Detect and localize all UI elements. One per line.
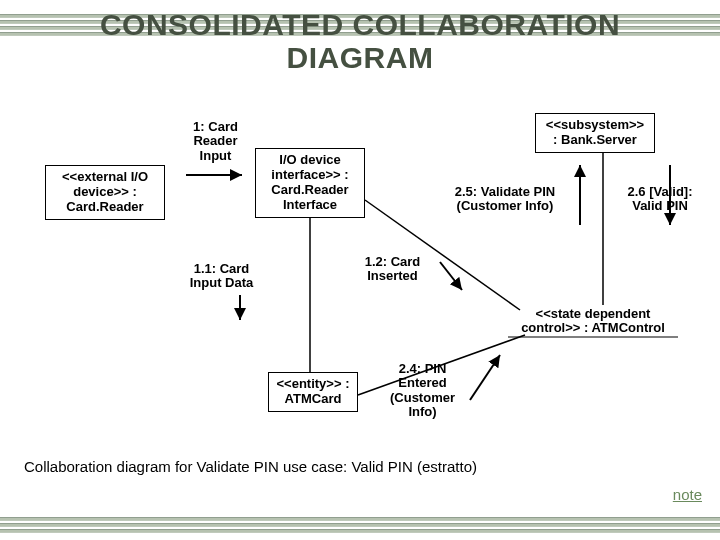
caption: Collaboration diagram for Validate PIN u… — [24, 458, 477, 475]
msg-1-2: 1.2: Card Inserted — [355, 255, 430, 284]
node-io-interface: I/O device interface>> : Card.Reader Int… — [255, 148, 365, 218]
title-band: CONSOLIDATED COLLABORATION DIAGRAM — [0, 8, 720, 88]
page-title: CONSOLIDATED COLLABORATION DIAGRAM — [0, 8, 720, 74]
msg-2-4: 2.4: PIN Entered (Customer Info) — [380, 362, 465, 419]
node-atm-control: <<state dependent control>> : ATMControl — [508, 307, 678, 336]
title-line2: DIAGRAM — [287, 41, 434, 74]
node-atm-card: <<entity>> : ATMCard — [268, 372, 358, 412]
svg-line-2 — [440, 262, 462, 290]
node-card-reader: <<external I/O device>> : Card.Reader — [45, 165, 165, 220]
title-line1: CONSOLIDATED COLLABORATION — [100, 8, 620, 41]
msg-1: 1: Card Reader Input — [183, 120, 248, 163]
msg-2-6: 2.6 [Valid]: Valid PIN — [615, 185, 705, 214]
node-bank-server: <<subsystem>> : Bank.Server — [535, 113, 655, 153]
note-link[interactable]: note — [673, 486, 702, 503]
msg-2-5: 2.5: Validate PIN (Customer Info) — [435, 185, 575, 214]
svg-line-5 — [470, 355, 500, 400]
footer-bars — [0, 517, 720, 537]
msg-1-1: 1.1: Card Input Data — [184, 262, 259, 291]
